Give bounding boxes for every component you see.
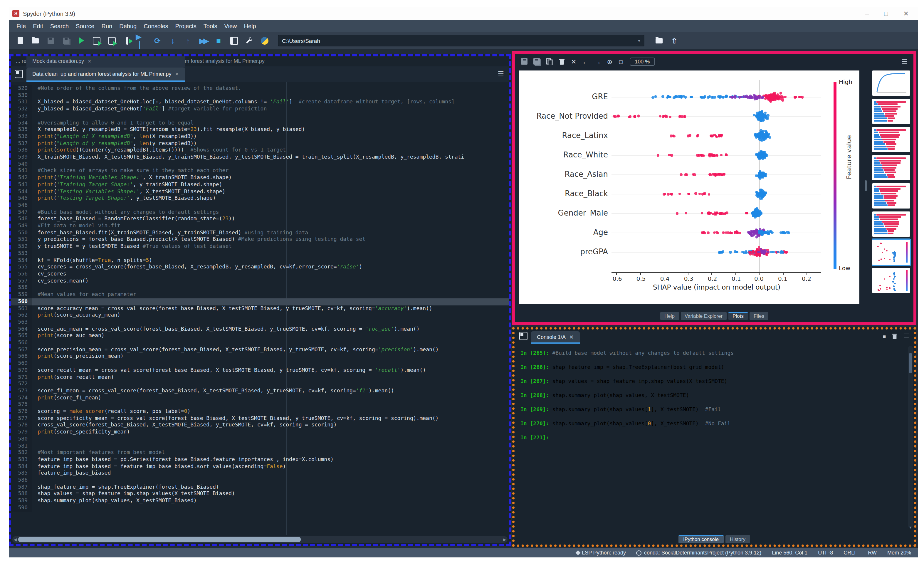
- save-button[interactable]: [44, 34, 57, 47]
- editor-horizontal-scrollbar[interactable]: ◀ ▶: [12, 536, 507, 543]
- code-line-529[interactable]: 529#Note order of the columns from the a…: [11, 85, 509, 92]
- code-line-533[interactable]: 533: [11, 113, 509, 120]
- run-file-button[interactable]: [75, 34, 87, 47]
- parent-directory-button[interactable]: ⇧: [668, 34, 681, 47]
- debug-file-button[interactable]: ▶｜: [136, 34, 148, 47]
- code-line-587[interactable]: 587shap_feature_imp = shap.TreeExplainer…: [11, 484, 509, 491]
- code-line-566[interactable]: 566: [11, 339, 509, 346]
- code-line-572[interactable]: 572: [11, 381, 509, 387]
- step-into-button[interactable]: ↓: [166, 34, 179, 47]
- code-line-541[interactable]: 541#Check sizes of arrays to make sure i…: [11, 168, 509, 174]
- code-line-588[interactable]: 588shap_values = shap_feature_imp.shap_v…: [11, 491, 509, 497]
- console-tab[interactable]: Console 1/A ✕: [531, 331, 579, 344]
- scrollbar-thumb[interactable]: [18, 537, 300, 542]
- code-line-551[interactable]: 551y_predictions = forest_base_Biased.pr…: [11, 236, 509, 243]
- console-tab-close-icon[interactable]: ✕: [569, 334, 574, 340]
- code-line-562[interactable]: 562print(score_accuracy_mean): [11, 312, 509, 319]
- console-scrollbar[interactable]: [908, 346, 913, 528]
- code-line-534[interactable]: 534#Oversampling to allow 0 and 1 target…: [11, 120, 509, 126]
- code-line-543[interactable]: 543print('Training Target Shape:', y_tra…: [11, 182, 509, 188]
- code-line-575[interactable]: 575: [11, 401, 509, 408]
- copy-plot-icon[interactable]: [546, 58, 553, 65]
- menu-item-search[interactable]: Search: [47, 21, 72, 30]
- run-cell-advance-button[interactable]: [105, 34, 118, 47]
- code-line-581[interactable]: 581: [11, 443, 509, 449]
- pane-tab-help[interactable]: Help: [660, 312, 679, 320]
- code-line-535[interactable]: 535X_resampledB, y_resampledB = SMOTE(ra…: [11, 126, 509, 133]
- code-line-554[interactable]: 554kf = KFold(shuffle=True, n_splits=5): [11, 257, 509, 264]
- code-line-589[interactable]: 589shap.summary_plot(shap_values, X_test…: [11, 497, 509, 504]
- code-line-542[interactable]: 542print('Training Variables Shape:', X_…: [11, 174, 509, 181]
- save-plot-icon[interactable]: [521, 58, 528, 66]
- code-line-590[interactable]: 590: [11, 504, 509, 511]
- code-line-531[interactable]: 531X_biased = biased_dataset_OneHot.loc[…: [11, 99, 509, 106]
- interrupt-kernel-icon[interactable]: ■: [883, 333, 886, 339]
- scroll-left-icon[interactable]: ◀: [12, 536, 18, 543]
- pane-tab-variable-explorer[interactable]: Variable Explorer: [681, 312, 727, 320]
- code-line-558[interactable]: 558: [11, 285, 509, 291]
- code-line-563[interactable]: 563: [11, 319, 509, 326]
- menu-item-file[interactable]: File: [14, 21, 29, 30]
- menu-item-debug[interactable]: Debug: [116, 21, 140, 30]
- code-line-549[interactable]: 549#Fit data to model via.fit: [11, 223, 509, 230]
- code-line-540[interactable]: 540: [11, 161, 509, 167]
- code-line-586[interactable]: 586: [11, 477, 509, 484]
- code-line-574[interactable]: 574print(score_f1_mean): [11, 395, 509, 401]
- tab-close-icon[interactable]: ✕: [87, 59, 92, 64]
- menu-item-view[interactable]: View: [222, 21, 240, 30]
- editor-tab-1[interactable]: Data clean_up and random forest analysis…: [26, 68, 185, 82]
- editor-tab-0[interactable]: Mock data creation.py✕: [26, 55, 185, 68]
- console-scrollbar-thumb[interactable]: [909, 353, 912, 373]
- browse-directory-button[interactable]: [652, 34, 666, 47]
- open-file-button[interactable]: [29, 34, 42, 47]
- save-all-plots-icon[interactable]: [533, 58, 540, 66]
- code-line-564[interactable]: 564score_auc_mean = cross_val_score(fore…: [11, 326, 509, 332]
- close-icon[interactable]: ✕: [903, 10, 909, 17]
- code-line-576[interactable]: 576scoring = make_scorer(recall_score, p…: [11, 408, 509, 415]
- console-output[interactable]: In [265]: #Build base model without any …: [514, 344, 914, 545]
- bottom-tab-ipython-console[interactable]: IPython console: [678, 535, 723, 543]
- plot-thumbnail-0[interactable]: [872, 71, 910, 96]
- code-line-538[interactable]: 538print(sorted((Counter(y_resampledB).i…: [11, 147, 509, 154]
- pane-tab-files[interactable]: Files: [750, 312, 768, 320]
- code-line-556[interactable]: 556cv_scores: [11, 271, 509, 278]
- menu-item-consoles[interactable]: Consoles: [141, 21, 171, 30]
- bottom-tab-history[interactable]: History: [725, 535, 750, 543]
- code-line-550[interactable]: 550forest_base_Biased.fit(X_trainSMOTE_B…: [11, 230, 509, 236]
- pane-tab-plots[interactable]: Plots: [728, 312, 748, 320]
- code-line-555[interactable]: 555cv_scores = cross_val_score(forest_ba…: [11, 264, 509, 271]
- plot-thumbnail-6[interactable]: [872, 240, 910, 265]
- code-line-552[interactable]: 552y_trueSMOTE = y_testSMOTE_Biased #Tru…: [11, 243, 509, 250]
- code-line-580[interactable]: 580: [11, 436, 509, 443]
- scroll-right-icon[interactable]: ▶: [502, 536, 507, 543]
- code-line-578[interactable]: 578cross_val_score(forest_base_Biased, X…: [11, 422, 509, 429]
- code-line-583[interactable]: 583feature_imp_base_biased = pd.Series(f…: [11, 456, 509, 463]
- code-line-545[interactable]: 545print('Testing Target Shape:', y_test…: [11, 195, 509, 202]
- run-cell-button[interactable]: [90, 34, 103, 47]
- save-all-button[interactable]: [59, 34, 72, 47]
- code-line-565[interactable]: 565print(score_auc_mean): [11, 333, 509, 339]
- code-line-553[interactable]: 553: [11, 250, 509, 257]
- console-options-menu-icon[interactable]: ☰: [903, 332, 909, 340]
- previous-plot-icon[interactable]: ←: [582, 59, 589, 65]
- code-line-560[interactable]: 560: [11, 299, 509, 305]
- code-line-571[interactable]: 571print(score_recall_mean): [11, 374, 509, 381]
- plot-thumbnail-2[interactable]: [872, 127, 910, 152]
- menu-item-run[interactable]: Run: [98, 21, 115, 30]
- code-line-584[interactable]: 584feature_imp_base_biased = feature_imp…: [11, 463, 509, 470]
- zoom-in-icon[interactable]: ⊕: [607, 59, 612, 65]
- code-line-530[interactable]: 530: [11, 92, 509, 99]
- continue-button[interactable]: ▶▶: [197, 34, 210, 47]
- console-browse-tabs-icon[interactable]: [519, 332, 528, 340]
- code-line-568[interactable]: 568print(score_precision_mean): [11, 353, 509, 360]
- code-line-559[interactable]: 559#Mean values for each parameter: [11, 291, 509, 298]
- chevron-down-icon[interactable]: ▾: [638, 38, 640, 43]
- code-line-573[interactable]: 573score_f1_mean = cross_val_score(fores…: [11, 388, 509, 395]
- remove-plot-icon[interactable]: [559, 58, 565, 65]
- new-file-button[interactable]: [14, 34, 26, 47]
- menu-item-tools[interactable]: Tools: [201, 21, 220, 30]
- code-line-537[interactable]: 537print("Length of y_resampledB", len(y…: [11, 140, 509, 147]
- code-line-577[interactable]: 577score_specificity_mean = cross_val_sc…: [11, 415, 509, 422]
- code-line-570[interactable]: 570score_recall_mean = cross_val_score(f…: [11, 367, 509, 374]
- preferences-button[interactable]: [243, 34, 255, 47]
